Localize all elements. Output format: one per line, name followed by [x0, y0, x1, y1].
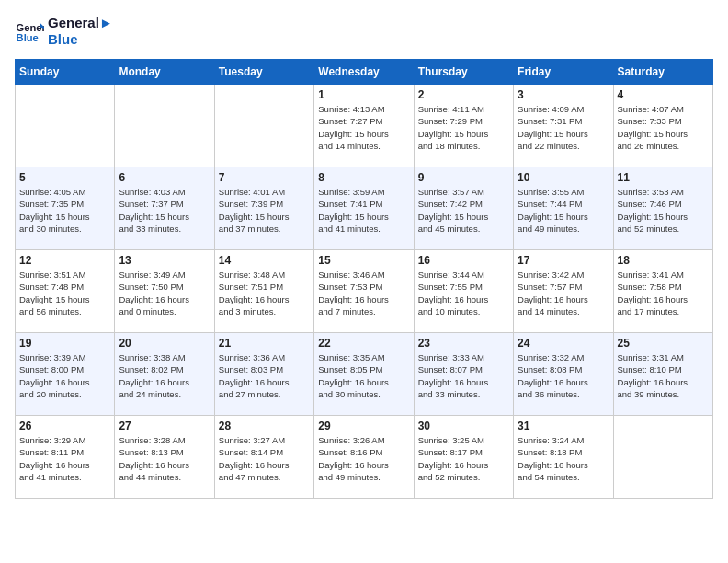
- cell-text: Sunset: 7:29 PM: [418, 115, 509, 127]
- cell-text: Sunrise: 3:28 AM: [119, 434, 210, 446]
- cell-text: Sunset: 8:16 PM: [318, 446, 409, 458]
- calendar-cell: 13Sunrise: 3:49 AMSunset: 7:50 PMDayligh…: [115, 250, 214, 333]
- cell-text: Daylight: 15 hours: [518, 211, 609, 223]
- calendar-cell: 26Sunrise: 3:29 AMSunset: 8:11 PMDayligh…: [16, 416, 115, 499]
- day-number: 27: [119, 419, 210, 432]
- cell-text: Sunset: 8:11 PM: [19, 446, 110, 458]
- cell-text: Sunset: 7:39 PM: [219, 198, 310, 210]
- day-number: 13: [119, 254, 210, 267]
- cell-text: Sunset: 7:31 PM: [518, 115, 609, 127]
- calendar-cell: 17Sunrise: 3:42 AMSunset: 7:57 PMDayligh…: [514, 250, 613, 333]
- cell-text: Sunset: 8:08 PM: [518, 363, 609, 375]
- cell-text: and 39 minutes.: [618, 388, 709, 400]
- calendar-cell: 19Sunrise: 3:39 AMSunset: 8:00 PMDayligh…: [16, 333, 115, 416]
- calendar-week-row: 5Sunrise: 4:05 AMSunset: 7:35 PMDaylight…: [16, 167, 713, 250]
- calendar-cell: 1Sunrise: 4:13 AMSunset: 7:27 PMDaylight…: [314, 85, 414, 167]
- cell-text: Daylight: 15 hours: [618, 211, 709, 223]
- calendar-cell: 25Sunrise: 3:31 AMSunset: 8:10 PMDayligh…: [613, 333, 712, 416]
- cell-text: Sunrise: 3:31 AM: [618, 351, 709, 363]
- cell-text: and 33 minutes.: [418, 388, 509, 400]
- weekday-header: Tuesday: [214, 60, 313, 85]
- day-number: 31: [518, 419, 609, 432]
- cell-text: Sunrise: 3:44 AM: [418, 269, 509, 281]
- calendar-cell: 22Sunrise: 3:35 AMSunset: 8:05 PMDayligh…: [314, 333, 414, 416]
- cell-text: and 30 minutes.: [19, 223, 110, 235]
- cell-text: Sunrise: 4:05 AM: [19, 186, 110, 198]
- cell-text: and 49 minutes.: [318, 471, 409, 483]
- calendar-header: SundayMondayTuesdayWednesdayThursdayFrid…: [16, 60, 713, 85]
- cell-text: Daylight: 16 hours: [518, 376, 609, 388]
- cell-text: Sunrise: 3:25 AM: [418, 434, 509, 446]
- cell-text: Sunset: 7:57 PM: [518, 281, 609, 293]
- cell-text: Sunrise: 4:09 AM: [518, 103, 609, 115]
- day-number: 1: [318, 88, 409, 101]
- day-number: 10: [518, 171, 609, 184]
- cell-text: Sunset: 8:02 PM: [119, 363, 210, 375]
- cell-text: and 0 minutes.: [119, 305, 210, 317]
- day-number: 22: [318, 337, 409, 350]
- cell-text: Sunset: 7:44 PM: [518, 198, 609, 210]
- cell-text: and 24 minutes.: [119, 388, 210, 400]
- calendar-cell: 2Sunrise: 4:11 AMSunset: 7:29 PMDaylight…: [414, 85, 513, 167]
- calendar-cell: 20Sunrise: 3:38 AMSunset: 8:02 PMDayligh…: [115, 333, 214, 416]
- cell-text: and 56 minutes.: [19, 305, 110, 317]
- cell-text: Sunrise: 3:26 AM: [318, 434, 409, 446]
- calendar-cell: 27Sunrise: 3:28 AMSunset: 8:13 PMDayligh…: [115, 416, 214, 499]
- cell-text: Daylight: 16 hours: [418, 376, 509, 388]
- calendar-cell: 8Sunrise: 3:59 AMSunset: 7:41 PMDaylight…: [314, 167, 414, 250]
- cell-text: Daylight: 16 hours: [19, 376, 110, 388]
- calendar-cell: [613, 416, 712, 499]
- day-number: 29: [318, 419, 409, 432]
- cell-text: Sunset: 7:58 PM: [618, 281, 709, 293]
- cell-text: Sunrise: 4:13 AM: [318, 103, 409, 115]
- cell-text: Sunrise: 3:48 AM: [219, 269, 310, 281]
- calendar-week-row: 12Sunrise: 3:51 AMSunset: 7:48 PMDayligh…: [16, 250, 713, 333]
- cell-text: Daylight: 16 hours: [418, 459, 509, 471]
- calendar-cell: 11Sunrise: 3:53 AMSunset: 7:46 PMDayligh…: [613, 167, 712, 250]
- cell-text: and 45 minutes.: [418, 223, 509, 235]
- calendar-cell: 12Sunrise: 3:51 AMSunset: 7:48 PMDayligh…: [16, 250, 115, 333]
- cell-text: Sunrise: 4:01 AM: [219, 186, 310, 198]
- day-number: 23: [418, 337, 509, 350]
- cell-text: and 27 minutes.: [219, 388, 310, 400]
- calendar-cell: 3Sunrise: 4:09 AMSunset: 7:31 PMDaylight…: [514, 85, 613, 167]
- cell-text: Sunset: 8:14 PM: [219, 446, 310, 458]
- day-number: 18: [618, 254, 709, 267]
- cell-text: Daylight: 15 hours: [19, 293, 110, 305]
- cell-text: Daylight: 16 hours: [219, 459, 310, 471]
- calendar-week-row: 19Sunrise: 3:39 AMSunset: 8:00 PMDayligh…: [16, 333, 713, 416]
- calendar-cell: 4Sunrise: 4:07 AMSunset: 7:33 PMDaylight…: [613, 85, 712, 167]
- page-header: General Blue General► Blue: [15, 15, 713, 48]
- cell-text: Sunrise: 3:24 AM: [518, 434, 609, 446]
- day-number: 24: [518, 337, 609, 350]
- day-number: 14: [219, 254, 310, 267]
- calendar-cell: 23Sunrise: 3:33 AMSunset: 8:07 PMDayligh…: [414, 333, 513, 416]
- logo: General Blue General► Blue: [15, 15, 113, 48]
- cell-text: and 41 minutes.: [19, 471, 110, 483]
- calendar-table: SundayMondayTuesdayWednesdayThursdayFrid…: [15, 59, 713, 499]
- day-number: 12: [19, 254, 110, 267]
- weekday-header: Friday: [514, 60, 613, 85]
- cell-text: and 17 minutes.: [618, 305, 709, 317]
- weekday-header: Monday: [115, 60, 214, 85]
- cell-text: Sunrise: 4:07 AM: [618, 103, 709, 115]
- cell-text: and 3 minutes.: [219, 305, 310, 317]
- cell-text: Sunrise: 3:57 AM: [418, 186, 509, 198]
- cell-text: Sunset: 7:27 PM: [318, 115, 409, 127]
- cell-text: Daylight: 15 hours: [119, 211, 210, 223]
- cell-text: Sunrise: 3:51 AM: [19, 269, 110, 281]
- cell-text: Sunset: 7:50 PM: [119, 281, 210, 293]
- calendar-cell: [16, 85, 115, 167]
- calendar-cell: 24Sunrise: 3:32 AMSunset: 8:08 PMDayligh…: [514, 333, 613, 416]
- cell-text: and 18 minutes.: [418, 140, 509, 152]
- weekday-header: Saturday: [613, 60, 712, 85]
- cell-text: Sunrise: 3:49 AM: [119, 269, 210, 281]
- calendar-week-row: 26Sunrise: 3:29 AMSunset: 8:11 PMDayligh…: [16, 416, 713, 499]
- cell-text: Sunset: 8:13 PM: [119, 446, 210, 458]
- calendar-cell: 14Sunrise: 3:48 AMSunset: 7:51 PMDayligh…: [214, 250, 313, 333]
- cell-text: Daylight: 15 hours: [318, 211, 409, 223]
- day-number: 4: [618, 88, 709, 101]
- cell-text: and 14 minutes.: [318, 140, 409, 152]
- weekday-header: Sunday: [16, 60, 115, 85]
- cell-text: and 37 minutes.: [219, 223, 310, 235]
